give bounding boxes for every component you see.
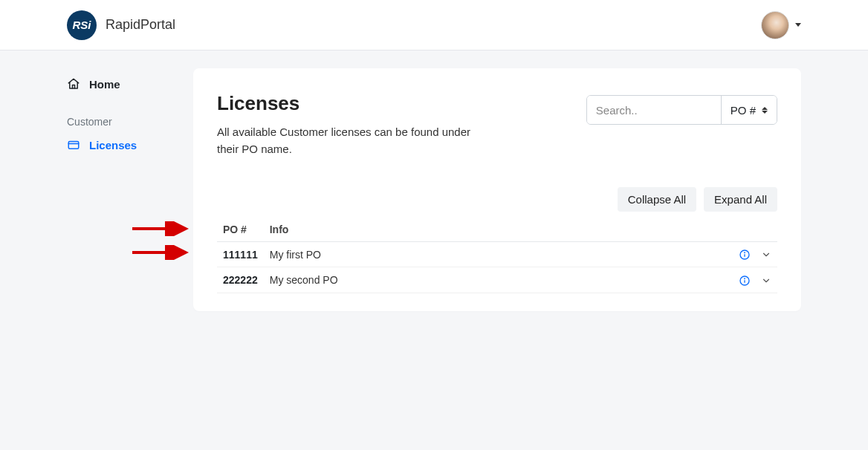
sidebar-item-label: Licenses	[89, 139, 137, 151]
page-description: All available Customer licenses can be f…	[217, 124, 485, 157]
home-icon	[67, 77, 80, 91]
page-title: Licenses	[217, 92, 485, 115]
brand-name: RapidPortal	[106, 17, 175, 33]
info-icon[interactable]	[739, 249, 751, 261]
user-menu[interactable]	[761, 11, 801, 39]
svg-point-10	[745, 278, 745, 279]
sidebar-item-label: Home	[89, 78, 120, 91]
po-number: 222222	[217, 267, 264, 293]
po-info: My second PO	[264, 267, 733, 293]
sidebar-item-licenses[interactable]: Licenses	[67, 132, 178, 157]
brand-logo: RSi	[67, 10, 97, 40]
chevron-down-icon[interactable]	[761, 250, 771, 260]
sidebar-item-home[interactable]: Home	[67, 71, 178, 97]
sidebar-section-customer: Customer	[67, 116, 178, 132]
caret-down-icon	[795, 23, 801, 27]
search-filter-select[interactable]: PO #	[721, 96, 777, 124]
topbar: RSi RapidPortal	[0, 0, 868, 50]
svg-point-7	[745, 252, 745, 253]
po-number: 111111	[217, 242, 264, 267]
collapse-all-button[interactable]: Collapse All	[618, 187, 696, 212]
search-input[interactable]	[587, 96, 721, 124]
main-card: Licenses All available Customer licenses…	[193, 68, 801, 311]
chevron-down-icon[interactable]	[761, 275, 771, 286]
search-filter-label: PO #	[731, 104, 756, 117]
search-group: PO #	[586, 95, 777, 125]
table-row[interactable]: 222222 My second PO	[217, 267, 777, 293]
column-info: Info	[264, 218, 733, 242]
licenses-table: PO # Info 111111 My first PO	[217, 218, 777, 293]
expand-all-button[interactable]: Expand All	[704, 187, 777, 212]
info-icon[interactable]	[739, 275, 751, 287]
avatar	[761, 11, 789, 39]
svg-rect-0	[68, 142, 79, 149]
table-row[interactable]: 111111 My first PO	[217, 242, 777, 267]
licenses-icon	[67, 138, 80, 151]
column-po: PO #	[217, 218, 264, 242]
brand-logo-text: RSi	[72, 19, 91, 31]
brand[interactable]: RSi RapidPortal	[67, 10, 175, 40]
po-info: My first PO	[264, 242, 733, 267]
sort-icon	[762, 107, 768, 114]
sidebar: Home Customer Licenses	[67, 68, 178, 311]
